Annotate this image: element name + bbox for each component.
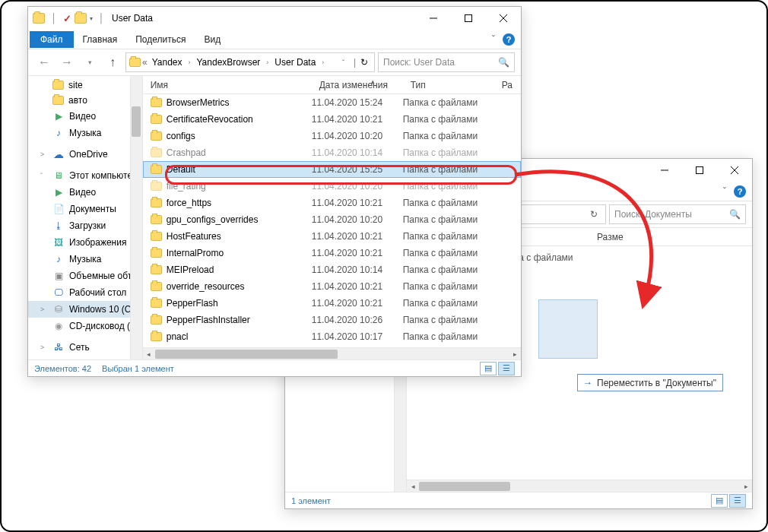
col-size[interactable]: Разме (589, 232, 632, 242)
col-date[interactable]: Дата изменения (312, 80, 403, 90)
refresh-icon[interactable]: ↻ (586, 209, 602, 220)
col-size[interactable]: Ра (494, 80, 521, 90)
file-row[interactable]: CertificateRevocation11.04.2020 10:21Пап… (143, 111, 521, 128)
file-name: pnacl (167, 331, 189, 342)
scroll-left-icon[interactable]: ◂ (143, 348, 155, 360)
tree-node[interactable]: >☁OneDrive (28, 146, 142, 163)
chevron-icon[interactable]: › (265, 59, 270, 66)
folder-icon (151, 198, 162, 207)
titlebar[interactable]: │ ✓ ▾ │ User Data (28, 7, 521, 30)
breadcrumb-seg[interactable]: YandexBrowser (194, 57, 264, 68)
search-icon[interactable]: 🔍 (729, 209, 741, 220)
file-row[interactable]: configs11.04.2020 10:20Папка с файлами (143, 128, 521, 144)
help-icon[interactable]: ? (503, 33, 515, 46)
cloud-icon: ☁ (52, 148, 65, 160)
breadcrumb-overflow[interactable]: « (142, 57, 148, 68)
ribbon-tab-home[interactable]: Главная (74, 31, 127, 48)
tree-node[interactable]: 🖼Изображения (28, 234, 142, 251)
file-row[interactable]: InternalPromo11.04.2020 10:21Папка с фай… (143, 245, 521, 261)
tree-node[interactable]: 📄Документы (28, 201, 142, 217)
file-row[interactable]: HostFeatures11.04.2020 10:21Папка с файл… (143, 228, 521, 245)
tree-label: Музыка (69, 254, 101, 264)
file-row[interactable]: Default11.04.2020 15:25Папка с файлами (143, 161, 521, 178)
tree-node[interactable]: ▶Видео (28, 184, 142, 201)
nav-fwd-button[interactable]: → (57, 52, 77, 72)
file-row[interactable]: file_rating11.04.2020 10:20Папка с файла… (143, 178, 521, 195)
tree-scrollbar[interactable] (130, 76, 142, 359)
expand-icon[interactable]: > (40, 344, 48, 351)
tree-node[interactable]: ˇ🖥Этот компьютер (28, 167, 142, 184)
minimize-button[interactable] (416, 7, 451, 30)
tree-node[interactable]: 🖵Рабочий стол (28, 284, 142, 301)
tree-node[interactable]: ▣Объемные объ (28, 268, 142, 284)
file-row[interactable]: Crashpad11.04.2020 10:14Папка с файлами (143, 144, 521, 161)
refresh-icon[interactable]: ↻ (360, 57, 371, 68)
view-details-button[interactable]: ☰ (498, 362, 515, 375)
file-name: InternalPromo (167, 248, 224, 258)
view-large-button[interactable]: ▤ (711, 494, 728, 508)
chevron-icon[interactable]: › (187, 59, 192, 66)
qat-dropdown-icon[interactable]: ▾ (90, 15, 93, 22)
tree-node[interactable]: >⛁Windows 10 (C:) (28, 301, 142, 318)
search-box[interactable]: Поиск: User Data 🔍 (378, 52, 515, 72)
col-name[interactable]: Имя (143, 80, 312, 90)
maximize-button[interactable] (451, 7, 486, 30)
file-row[interactable]: force_https11.04.2020 10:21Папка с файла… (143, 195, 521, 211)
close-button[interactable] (717, 159, 752, 182)
search-icon[interactable]: 🔍 (498, 57, 509, 68)
help-icon[interactable]: ? (734, 185, 746, 198)
tree-node[interactable]: авто (28, 93, 142, 108)
file-row[interactable]: override_resources11.04.2020 10:21Папка … (143, 278, 521, 295)
view-large-button[interactable]: ▤ (480, 362, 497, 375)
chevron-icon[interactable]: › (320, 59, 325, 66)
tree-node[interactable]: ▶Видео (28, 108, 142, 125)
maximize-button[interactable] (682, 159, 717, 182)
expand-icon[interactable]: > (40, 150, 48, 158)
breadcrumb-seg[interactable]: User Data (271, 57, 319, 68)
view-details-button[interactable]: ☰ (729, 494, 746, 508)
expand-icon[interactable]: > (40, 306, 48, 313)
folder-icon (151, 115, 162, 124)
breadcrumb-seg[interactable]: Yandex (149, 57, 186, 68)
nav-history-icon[interactable]: ▾ (80, 52, 100, 72)
ribbon-tab-view[interactable]: Вид (195, 31, 230, 48)
ribbon-expand-icon[interactable]: ˇ (723, 186, 726, 197)
h-scrollbar[interactable]: ◂▸ (143, 347, 521, 359)
tree-label: Сеть (69, 342, 90, 353)
file-date: 11.04.2020 10:26 (312, 315, 403, 325)
tree-node[interactable]: ⭳Загрузки (28, 217, 142, 234)
nav-tree[interactable]: siteавто▶Видео♪Музыка>☁OneDriveˇ🖥Этот ко… (28, 76, 143, 359)
file-row[interactable]: PepperFlash11.04.2020 10:21Папка с файла… (143, 295, 521, 312)
tree-node[interactable]: site (28, 78, 142, 93)
scroll-right-icon[interactable]: ▸ (509, 348, 521, 360)
col-type[interactable]: Тип (403, 80, 494, 90)
close-button[interactable] (486, 7, 521, 30)
address-bar[interactable]: « Yandex › YandexBrowser › User Data › ˇ… (125, 52, 375, 72)
nav-up-button[interactable]: ↑ (103, 52, 122, 72)
file-row[interactable]: PepperFlashInstaller11.04.2020 10:26Папк… (143, 312, 521, 328)
nav-back-button[interactable]: ← (34, 52, 54, 72)
file-date: 11.04.2020 10:21 (312, 198, 403, 208)
tree-node[interactable]: ♪Музыка (28, 251, 142, 268)
ribbon-tab-share[interactable]: Поделиться (126, 31, 195, 48)
minimize-button[interactable] (647, 159, 682, 182)
file-date: 11.04.2020 10:20 (312, 181, 403, 192)
file-row[interactable]: gpu_configs_overrides11.04.2020 10:20Пап… (143, 211, 521, 228)
file-row[interactable]: MEIPreload11.04.2020 10:14Папка с файлам… (143, 261, 521, 278)
h-scrollbar[interactable]: ◂▸ (407, 480, 752, 492)
tree-node[interactable]: >🖧Сеть (28, 339, 142, 356)
tree-node[interactable]: ♪Музыка (28, 125, 142, 141)
expand-icon[interactable]: ˇ (40, 172, 48, 179)
ribbon-file-tab[interactable]: Файл (30, 31, 74, 48)
file-type: Папка с файлами (403, 164, 494, 175)
folder-icon (151, 299, 162, 308)
qat-check-icon[interactable]: ✓ (63, 13, 71, 24)
ribbon-expand-icon[interactable]: ˇ (492, 34, 495, 45)
folder-icon[interactable] (75, 13, 87, 24)
search-box[interactable]: Поиск: Документы 🔍 (609, 204, 746, 224)
file-row[interactable]: pnacl11.04.2020 10:17Папка с файлами (143, 328, 521, 345)
tree-node[interactable]: ◉CD-дисковод (D (28, 318, 142, 334)
addr-dropdown-icon[interactable]: ˇ (338, 59, 349, 66)
file-row[interactable]: BrowserMetrics11.04.2020 15:24Папка с фа… (143, 94, 521, 111)
column-headers[interactable]: Имя ▴ Дата изменения Тип Ра (143, 76, 521, 94)
